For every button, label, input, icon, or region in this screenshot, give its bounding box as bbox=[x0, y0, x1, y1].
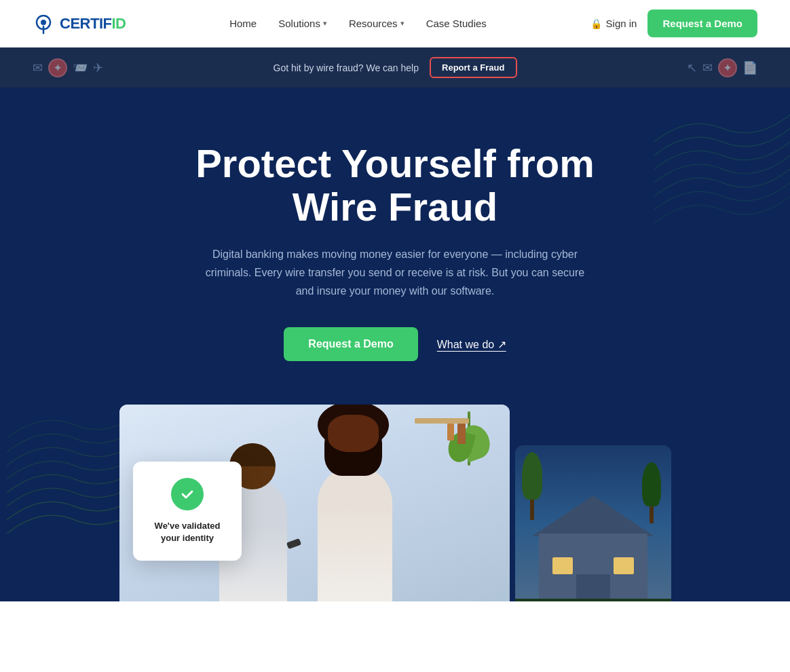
logo-text: CERTIFID bbox=[60, 15, 126, 33]
nav-home[interactable]: Home bbox=[229, 18, 257, 29]
envelope-icon: ✉ bbox=[33, 60, 43, 75]
sign-in-link[interactable]: 🔒 Sign in bbox=[590, 18, 637, 29]
banner: ✉ ✦ 📨 ✈ Got hit by wire fraud? We can he… bbox=[0, 48, 790, 88]
paper-plane-icon: ✈ bbox=[93, 60, 103, 75]
report-fraud-button[interactable]: Report a Fraud bbox=[430, 57, 516, 78]
envelope2-icon: ✉ bbox=[702, 60, 713, 75]
svg-point-1 bbox=[41, 20, 46, 25]
validated-identity-card: We've validated your identity bbox=[133, 462, 242, 561]
cursor-icon: ↖ bbox=[687, 60, 697, 75]
hero-images: We've validated your identity bbox=[33, 405, 757, 601]
hero-subtitle: Digital banking makes moving money easie… bbox=[198, 245, 592, 301]
nav-resources[interactable]: Resources ▾ bbox=[349, 18, 405, 29]
logo[interactable]: CERTIFID bbox=[33, 13, 126, 35]
banner-text: Got hit by wire fraud? We can help bbox=[274, 62, 419, 73]
plant-decoration bbox=[449, 411, 489, 493]
nav-solutions[interactable]: Solutions ▾ bbox=[278, 18, 327, 29]
nav-case-studies[interactable]: Case Studies bbox=[426, 18, 487, 29]
request-demo-nav-button[interactable]: Request a Demo bbox=[647, 10, 757, 37]
checkmark-icon bbox=[171, 478, 204, 510]
page-footer-space bbox=[0, 601, 790, 672]
lock-icon: 🔒 bbox=[590, 18, 602, 29]
doc-icon: 📄 bbox=[742, 60, 757, 75]
hero-section: Protect Yourself from Wire Fraud Digital… bbox=[0, 88, 790, 601]
fraud-badge-right: ✦ bbox=[718, 58, 737, 77]
nav-links: Home Solutions ▾ Resources ▾ Case Studie… bbox=[229, 18, 487, 29]
hero-title: Protect Yourself from Wire Fraud bbox=[157, 142, 633, 229]
resources-chevron-icon: ▾ bbox=[400, 19, 405, 28]
mail-icon: 📨 bbox=[73, 60, 88, 75]
what-we-do-button[interactable]: What we do ↗ bbox=[437, 338, 506, 351]
certifid-logo-icon bbox=[33, 13, 54, 35]
validated-text: We've validated your identity bbox=[152, 520, 223, 544]
hero-buttons: Request a Demo What we do ↗ bbox=[33, 327, 757, 361]
navbar: CERTIFID Home Solutions ▾ Resources ▾ Ca… bbox=[0, 0, 790, 48]
fraud-badge-left: ✦ bbox=[48, 58, 67, 77]
request-demo-hero-button[interactable]: Request a Demo bbox=[284, 327, 417, 361]
banner-icons-right: ↖ ✉ ✦ 📄 bbox=[687, 58, 757, 77]
waves-right-decoration bbox=[654, 101, 790, 278]
house-shape bbox=[532, 493, 654, 601]
house-image bbox=[515, 445, 671, 601]
couple-figure bbox=[212, 438, 416, 601]
nav-actions: 🔒 Sign in Request a Demo bbox=[590, 10, 757, 37]
solutions-chevron-icon: ▾ bbox=[323, 19, 327, 28]
banner-icons-left: ✉ ✦ 📨 ✈ bbox=[33, 58, 103, 77]
